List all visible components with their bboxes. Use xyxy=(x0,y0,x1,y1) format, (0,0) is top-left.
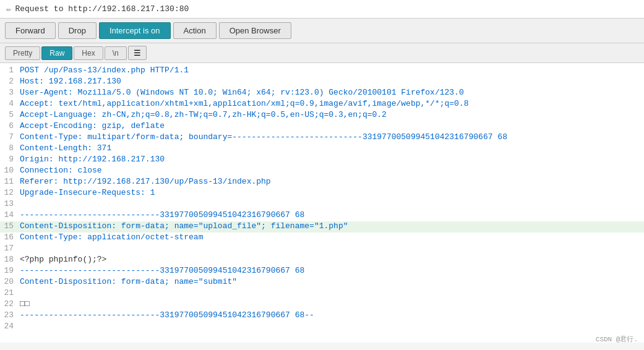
line-text: Content-Disposition: form-data; name="su… xyxy=(20,277,237,286)
line-number: 6 xyxy=(2,121,20,130)
code-line: 17 xyxy=(0,244,644,255)
code-line: 13 xyxy=(0,199,644,210)
line-text: Upgrade-Insecure-Requests: 1 xyxy=(20,188,155,197)
line-number: 9 xyxy=(2,155,20,164)
code-line: 9Origin: http://192.168.217.130 xyxy=(0,155,644,166)
forward-button[interactable]: Forward xyxy=(5,22,56,39)
code-line: 7Content-Type: multipart/form-data; boun… xyxy=(0,132,644,143)
line-text: <?php phpinfo();?> xyxy=(20,255,106,264)
code-line: 5Accept-Language: zh-CN,zh;q=0.8,zh-TW;q… xyxy=(0,110,644,121)
code-line: 22□□ xyxy=(0,299,644,310)
line-text: Accept: text/html,application/xhtml+xml,… xyxy=(20,99,469,108)
intercept-button[interactable]: Intercept is on xyxy=(99,22,171,39)
code-line: 1POST /up/Pass-13/index.php HTTP/1.1 xyxy=(0,66,644,77)
code-line: 8Content-Length: 371 xyxy=(0,143,644,155)
code-line: 20Content-Disposition: form-data; name="… xyxy=(0,277,644,288)
tab-pretty[interactable]: Pretty xyxy=(5,46,40,60)
line-text: Origin: http://192.168.217.130 xyxy=(20,155,165,164)
line-text: Accept-Language: zh-CN,zh;q=0.8,zh-TW;q=… xyxy=(20,110,387,119)
code-line: 4Accept: text/html,application/xhtml+xml… xyxy=(0,99,644,110)
code-line: 2Host: 192.168.217.130 xyxy=(0,77,644,88)
tab-bar: PrettyRawHex\n☰ xyxy=(0,43,644,63)
line-number: 18 xyxy=(2,255,20,264)
drop-button[interactable]: Drop xyxy=(58,22,97,39)
action-button[interactable]: Action xyxy=(173,22,217,39)
line-number: 11 xyxy=(2,177,20,186)
code-line: 6Accept-Encoding: gzip, deflate xyxy=(0,121,644,132)
line-text: Content-Length: 371 xyxy=(20,143,111,153)
code-line: 15Content-Disposition: form-data; name="… xyxy=(0,221,644,233)
line-text: □□ xyxy=(20,299,30,309)
line-number: 4 xyxy=(2,99,20,108)
code-line: 10Connection: close xyxy=(0,166,644,177)
pencil-icon: ✏ xyxy=(6,4,11,14)
line-number: 23 xyxy=(2,310,20,320)
line-number: 7 xyxy=(2,132,20,142)
tab-menu-button[interactable]: ☰ xyxy=(128,46,147,60)
line-text: Connection: close xyxy=(20,166,102,175)
toolbar: ForwardDropIntercept is onActionOpen Bro… xyxy=(0,19,644,43)
line-number: 8 xyxy=(2,143,20,153)
line-number: 3 xyxy=(2,88,20,97)
line-text: Content-Disposition: form-data; name="up… xyxy=(20,221,348,231)
code-line: 16Content-Type: application/octet-stream xyxy=(0,233,644,244)
line-number: 15 xyxy=(2,221,20,231)
line-text: Host: 192.168.217.130 xyxy=(20,77,121,86)
line-number: 14 xyxy=(2,210,20,220)
title-bar-text: Request to http://192.168.217.130:80 xyxy=(15,4,189,14)
line-number: 19 xyxy=(2,266,20,275)
tab-newline[interactable]: \n xyxy=(105,46,127,60)
code-line: 23-----------------------------331977005… xyxy=(0,310,644,322)
code-line: 11Referer: http://192.168.217.130/up/Pas… xyxy=(0,177,644,188)
line-number: 10 xyxy=(2,166,20,175)
line-text: Referer: http://192.168.217.130/up/Pass-… xyxy=(20,177,271,186)
line-number: 21 xyxy=(2,288,20,297)
code-line: 24 xyxy=(0,322,644,333)
line-number: 13 xyxy=(2,199,20,208)
code-line: 12Upgrade-Insecure-Requests: 1 xyxy=(0,188,644,199)
line-text: -----------------------------33197700509… xyxy=(20,310,314,320)
content-area: 1POST /up/Pass-13/index.php HTTP/1.12Hos… xyxy=(0,63,644,343)
line-text: Accept-Encoding: gzip, deflate xyxy=(20,121,165,130)
line-number: 22 xyxy=(2,299,20,309)
code-line: 21 xyxy=(0,288,644,299)
line-number: 17 xyxy=(2,244,20,253)
line-text: User-Agent: Mozilla/5.0 (Windows NT 10.0… xyxy=(20,88,464,97)
line-text: Content-Type: application/octet-stream xyxy=(20,233,203,242)
line-number: 16 xyxy=(2,233,20,242)
tab-hex[interactable]: Hex xyxy=(74,46,103,60)
tab-raw[interactable]: Raw xyxy=(41,46,72,60)
title-bar: ✏ Request to http://192.168.217.130:80 xyxy=(0,0,644,19)
line-number: 24 xyxy=(2,322,20,331)
code-line: 19-----------------------------331977005… xyxy=(0,266,644,277)
code-line: 18<?php phpinfo();?> xyxy=(0,255,644,266)
open-browser-button[interactable]: Open Browser xyxy=(219,22,291,39)
code-line: 14-----------------------------331977005… xyxy=(0,210,644,221)
code-line: 3User-Agent: Mozilla/5.0 (Windows NT 10.… xyxy=(0,88,644,99)
line-number: 2 xyxy=(2,77,20,86)
line-text: -----------------------------33197700509… xyxy=(20,210,304,220)
watermark: CSDN @君行. xyxy=(596,335,638,343)
line-number: 12 xyxy=(2,188,20,197)
line-text: Content-Type: multipart/form-data; bound… xyxy=(20,132,507,142)
line-number: 5 xyxy=(2,110,20,119)
line-text: POST /up/Pass-13/index.php HTTP/1.1 xyxy=(20,66,189,75)
line-text: -----------------------------33197700509… xyxy=(20,266,304,275)
line-number: 20 xyxy=(2,277,20,286)
line-number: 1 xyxy=(2,66,20,75)
